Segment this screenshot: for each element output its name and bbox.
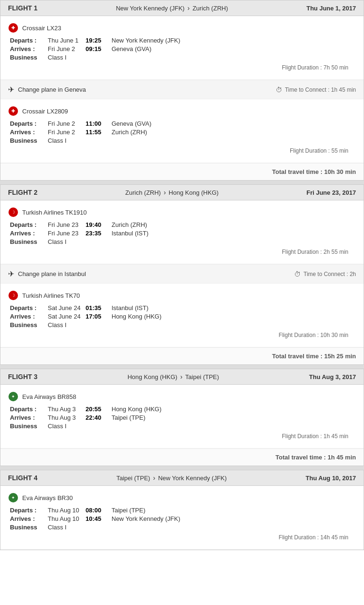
connection-time: ⏱ Time to Connect : 2h [294,270,356,278]
arrives-location: New York Kennedy (JFK) [112,515,180,522]
departs-location: Zurich (ZRH) [112,221,147,228]
turkish-airlines-logo-icon: ☽ [9,207,18,217]
total-travel-row: Total travel time : 15h 25 min [0,347,364,364]
airline-name-row: ☽ Turkish Airlines TK70 [8,290,356,301]
departs-location: Geneva (GVA) [112,120,151,127]
flight-date: Thu Aug 10, 2017 [306,475,356,482]
arrives-time: 17:05 [86,313,112,320]
class-label: Business [10,137,48,144]
departs-label: Departs : [10,120,48,127]
class-row: Business Class I [8,54,356,61]
flight-header: FLIGHT 1 New York Kennedy (JFK) › Zurich… [0,0,364,16]
airline-block: ✚ Crossair LX23 Departs : Thu June 1 19:… [0,16,364,80]
airline-logo: ✚ [8,23,18,33]
flight-to: New York Kennedy (JFK) [158,475,226,482]
departs-row: Departs : Fri June 2 11:00 Geneva (GVA) [8,120,356,127]
arrives-time: 10:45 [86,515,112,522]
arrives-location: Taipei (TPE) [112,414,146,421]
arrives-row: Arrives : Thu Aug 3 22:40 Taipei (TPE) [8,414,356,421]
arrives-row: Arrives : Sat June 24 17:05 Hong Kong (H… [8,313,356,320]
departs-label: Departs : [10,304,48,311]
plane-change-icon: ✈ [8,269,14,278]
airline-name: Crossair LX23 [22,25,61,32]
class-label: Business [10,524,48,531]
connect-time-value: Time to Connect : 2h [303,271,356,277]
departs-row: Departs : Fri June 23 19:40 Zurich (ZRH) [8,221,356,228]
connection-time: ⏱ Time to Connect : 1h 45 min [276,86,356,94]
duration-row: Flight Duration : 2h 55 min [8,247,356,259]
section-divider [0,466,364,470]
flight-to: Hong Kong (HKG) [169,189,219,196]
departs-date: Sat June 24 [48,304,86,311]
arrives-location: Hong Kong (HKG) [112,313,162,320]
connect-time-value: Time to Connect : 1h 45 min [285,86,356,93]
arrives-time: 11:55 [86,129,112,136]
flight-duration: Flight Duration : 14h 45 min [279,534,348,541]
airline-logo: ☽ [8,207,18,217]
section-divider [0,365,364,369]
route-arrow-icon: › [180,373,182,380]
airline-block: ✚ Crossair LX2809 Departs : Fri June 2 1… [0,99,364,163]
airline-logo: ✦ [8,493,18,503]
flight-route: Zurich (ZRH) › Hong Kong (HKG) [125,189,218,196]
total-travel-time: Total travel time : 15h 25 min [272,353,356,360]
turkish-airlines-logo-icon: ☽ [9,291,18,300]
plane-change-icon: ✈ [8,85,14,94]
arrives-label: Arrives : [10,129,48,136]
airline-logo: ✚ [8,106,18,116]
class-row: Business Class I [8,524,356,531]
flight-body: ✦ Eva Airways BR30 Departs : Thu Aug 10 … [0,486,364,550]
flight-route: New York Kennedy (JFK) › Zurich (ZRH) [116,4,228,12]
flight-to: Zurich (ZRH) [192,5,228,12]
airline-block: ☽ Turkish Airlines TK70 Departs : Sat Ju… [0,284,364,347]
duration-row: Flight Duration : 1h 45 min [8,431,356,443]
arrives-row: Arrives : Thu Aug 10 10:45 New York Kenn… [8,515,356,522]
arrives-row: Arrives : Fri June 23 23:35 Istanbul (IS… [8,230,356,237]
airline-block: ☽ Turkish Airlines TK1910 Departs : Fri … [0,200,364,264]
flight-header: FLIGHT 3 Hong Kong (HKG) › Taipei (TPE) … [0,369,364,385]
class-row: Business Class I [8,137,356,144]
connection-info: ✈ Change plane in Istanbul [8,269,86,278]
flight-from: New York Kennedy (JFK) [116,5,184,12]
flight-route: Taipei (TPE) › New York Kennedy (JFK) [116,474,226,482]
departs-location: Istanbul (IST) [112,304,148,311]
departs-date: Fri June 2 [48,120,86,127]
eva-airways-logo-icon: ✦ [9,493,18,502]
departs-location: Hong Kong (HKG) [112,406,162,413]
class-row: Business Class I [8,423,356,430]
flight-date: Fri June 23, 2017 [306,189,356,196]
arrives-time: 22:40 [86,414,112,421]
connection-text: Change plane in Geneva [18,86,86,93]
arrives-location: Geneva (GVA) [112,45,151,52]
connection-block: ✈ Change plane in Istanbul ⏱ Time to Con… [0,264,364,284]
route-arrow-icon: › [164,189,166,196]
arrives-location: Zurich (ZRH) [112,129,147,136]
airline-name: Crossair LX2809 [22,108,68,115]
flight-id: FLIGHT 1 [8,4,37,12]
flight-duration: Flight Duration : 10h 30 min [279,332,348,338]
class-row: Business Class I [8,238,356,245]
crossair-logo-icon: ✚ [9,23,18,33]
total-travel-time: Total travel time : 10h 30 min [272,168,356,175]
departs-time: 08:00 [86,507,112,514]
flight-route: Hong Kong (HKG) › Taipei (TPE) [128,373,219,380]
airline-name: Eva Airways BR858 [22,393,76,400]
arrives-row: Arrives : Fri June 2 11:55 Zurich (ZRH) [8,129,356,136]
arrives-date: Fri June 2 [48,45,86,52]
connection-text: Change plane in Istanbul [18,270,86,277]
departs-date: Thu Aug 10 [48,507,86,514]
arrives-location: Istanbul (IST) [112,230,148,237]
departs-row: Departs : Thu June 1 19:25 New York Kenn… [8,37,356,44]
class-label: Business [10,54,48,61]
arrives-label: Arrives : [10,45,48,52]
route-arrow-icon: › [153,474,156,482]
arrives-label: Arrives : [10,313,48,320]
departs-label: Departs : [10,221,48,228]
airline-name: Turkish Airlines TK70 [22,292,80,299]
total-travel-row: Total travel time : 1h 45 min [0,449,364,466]
arrives-date: Thu Aug 10 [48,515,86,522]
departs-label: Departs : [10,406,48,413]
arrives-date: Thu Aug 3 [48,414,86,421]
arrives-time: 09:15 [86,45,112,52]
airline-name-row: ✚ Crossair LX2809 [8,106,356,116]
